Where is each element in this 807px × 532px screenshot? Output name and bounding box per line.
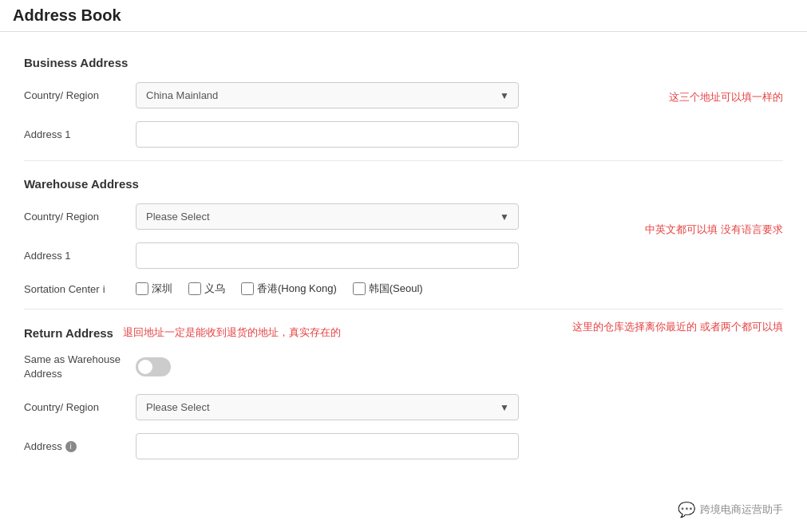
- main-content: Business Address Country/ Region China M…: [0, 32, 807, 532]
- warehouse-address1-row: Address 1: [24, 242, 783, 269]
- return-address-section: Return Address 退回地址一定是能收到退货的地址，真实存在的 Sam…: [24, 325, 783, 459]
- checkbox-seoul-input[interactable]: [353, 282, 366, 295]
- checkbox-shenzhen-input[interactable]: [136, 282, 148, 295]
- sortation-row: Sortation Center i 深圳 义乌 香港(Hong Kong): [24, 282, 783, 296]
- warehouse-country-label: Country/ Region: [24, 211, 136, 223]
- annotation-2: 中英文都可以填 没有语言要求: [645, 222, 783, 238]
- warehouse-country-select[interactable]: Please Select: [136, 203, 519, 230]
- sortation-info-icon[interactable]: i: [103, 283, 105, 295]
- return-country-select[interactable]: Please Select: [136, 394, 519, 420]
- annotation-1: 这三个地址可以填一样的: [669, 89, 783, 105]
- checkbox-hongkong-input[interactable]: [241, 282, 254, 295]
- warehouse-country-select-wrapper: Please Select ▼: [136, 203, 519, 230]
- checkbox-yiwu: 义乌: [188, 282, 225, 296]
- page-title: Address Book: [13, 6, 794, 25]
- sortation-label: Sortation Center i: [24, 283, 136, 295]
- same-as-toggle[interactable]: [136, 357, 171, 376]
- sortation-checkbox-group: 深圳 义乌 香港(Hong Kong) 韩国(Seoul): [136, 282, 433, 296]
- return-address-info-icon[interactable]: i: [65, 441, 77, 452]
- annotation-3: 这里的仓库选择离你最近的 或者两个都可以填: [572, 319, 783, 335]
- return-address-note: 退回地址一定是能收到退货的地址，真实存在的: [123, 325, 341, 340]
- warehouse-address1-label: Address 1: [24, 250, 136, 262]
- return-country-label: Country/ Region: [24, 401, 136, 413]
- return-address-input[interactable]: [136, 433, 519, 459]
- business-country-select[interactable]: China Mainland: [136, 82, 519, 108]
- business-address1-row: Address 1: [24, 121, 783, 148]
- checkbox-hongkong: 香港(Hong Kong): [241, 282, 337, 296]
- checkbox-shenzhen-label[interactable]: 深圳: [152, 282, 172, 296]
- return-country-select-wrapper: Please Select ▼: [136, 394, 519, 420]
- checkbox-yiwu-input[interactable]: [188, 282, 201, 295]
- business-address1-input[interactable]: [136, 121, 519, 148]
- business-address-title: Business Address: [24, 56, 783, 69]
- same-as-warehouse-label: Same as Warehouse Address: [24, 353, 136, 381]
- checkbox-yiwu-label[interactable]: 义乌: [204, 282, 225, 296]
- business-country-select-wrapper: China Mainland ▼: [136, 82, 519, 108]
- return-address-row: Address i: [24, 433, 783, 459]
- checkbox-hongkong-label[interactable]: 香港(Hong Kong): [257, 282, 337, 296]
- divider-1: [24, 160, 783, 161]
- warehouse-address1-input[interactable]: [136, 242, 519, 269]
- toggle-slider: [136, 357, 171, 376]
- business-address1-label: Address 1: [24, 128, 136, 140]
- watermark: 💬 跨境电商运营助手: [678, 501, 783, 518]
- watermark-icon: 💬: [678, 501, 695, 518]
- return-country-row: Country/ Region Please Select ▼: [24, 394, 783, 420]
- same-as-warehouse-row: Same as Warehouse Address: [24, 353, 783, 381]
- page-header: Address Book: [0, 0, 807, 32]
- business-country-label: Country/ Region: [24, 89, 136, 101]
- return-address-label: Address i: [24, 440, 136, 452]
- checkbox-shenzhen: 深圳: [136, 282, 172, 296]
- same-as-toggle-wrapper: [136, 357, 171, 376]
- warehouse-address-title: Warehouse Address: [24, 177, 783, 191]
- checkbox-seoul-label[interactable]: 韩国(Seoul): [369, 282, 423, 296]
- return-address-title: Return Address: [24, 326, 113, 340]
- checkbox-seoul: 韩国(Seoul): [353, 282, 423, 296]
- watermark-text: 跨境电商运营助手: [700, 502, 783, 517]
- divider-2: [24, 309, 783, 309]
